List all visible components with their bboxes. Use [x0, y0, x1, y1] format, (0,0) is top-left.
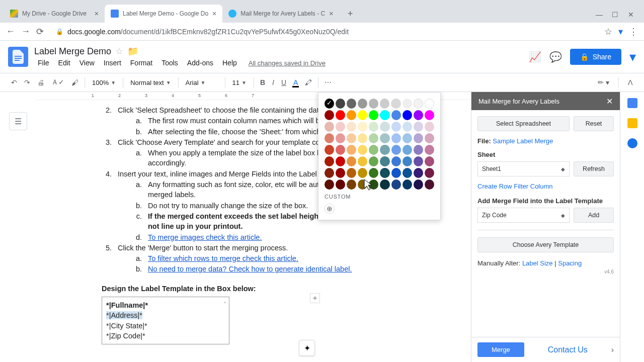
color-swatch[interactable] [414, 122, 423, 132]
undo-button[interactable]: ↶ [8, 76, 20, 88]
docs-logo-icon[interactable] [8, 47, 28, 67]
color-swatch[interactable] [358, 99, 367, 109]
color-swatch[interactable] [336, 179, 345, 190]
sheet-dropdown[interactable]: Sheet1◆ [477, 161, 570, 176]
color-swatch[interactable] [336, 133, 345, 143]
underline-button[interactable]: U [278, 76, 289, 88]
color-swatch[interactable] [425, 145, 434, 155]
box-handle-icon[interactable]: ⌄ [223, 298, 227, 305]
identical-label-link[interactable]: No need to merge data? Check how to gene… [148, 265, 352, 273]
explore-button[interactable]: ✦ [299, 340, 315, 356]
filter-rows-link[interactable]: To filter which rows to merge check this… [148, 254, 298, 262]
color-swatch[interactable] [336, 110, 345, 120]
color-swatch[interactable] [414, 133, 423, 143]
color-swatch[interactable] [369, 133, 378, 143]
spellcheck-button[interactable]: Ａ✓ [48, 76, 67, 89]
color-swatch[interactable] [425, 99, 434, 109]
color-swatch[interactable] [380, 145, 389, 155]
color-swatch[interactable] [336, 122, 345, 132]
color-swatch[interactable] [369, 156, 378, 166]
color-swatch[interactable] [414, 145, 423, 155]
close-addon-icon[interactable]: ✕ [606, 97, 613, 106]
color-swatch[interactable] [391, 168, 401, 178]
color-swatch[interactable] [403, 99, 412, 109]
file-link[interactable]: Sample Label Merge [493, 137, 553, 145]
collapse-button[interactable]: ᐱ [625, 76, 636, 88]
color-swatch[interactable] [325, 110, 334, 120]
menu-icon[interactable]: ⋮ [629, 26, 638, 37]
color-swatch[interactable] [347, 122, 356, 132]
color-swatch[interactable] [425, 133, 434, 143]
create-filter-link[interactable]: Create Row Filter Column [477, 183, 614, 190]
merge-images-link[interactable]: To merge images check this article. [148, 233, 262, 241]
color-swatch[interactable] [403, 110, 412, 120]
color-swatch[interactable] [380, 122, 389, 132]
spacing-link[interactable]: Spacing [558, 259, 582, 267]
color-swatch[interactable] [369, 168, 378, 178]
color-swatch[interactable] [325, 122, 334, 132]
add-custom-color-button[interactable]: ⊕ [325, 204, 335, 214]
color-swatch[interactable] [325, 145, 334, 155]
color-swatch[interactable] [358, 156, 367, 166]
star-icon[interactable]: ☆ [115, 46, 123, 57]
color-swatch[interactable] [391, 99, 400, 109]
close-icon[interactable]: × [212, 10, 216, 18]
color-swatch[interactable] [369, 110, 378, 120]
select-spreadsheet-button[interactable]: Select Spreadsheet [477, 116, 570, 131]
label-template-box[interactable]: ⌄ *|Fullname|* *|Address|* *|City State|… [102, 297, 229, 344]
color-swatch[interactable] [403, 156, 412, 166]
minimize-icon[interactable]: — [596, 11, 602, 17]
refresh-button[interactable]: Refresh [574, 161, 614, 176]
account-icon[interactable]: ▾ [629, 49, 636, 65]
redo-button[interactable]: ↷ [21, 76, 33, 88]
menu-tools[interactable]: Tools [158, 58, 182, 68]
color-swatch[interactable] [425, 156, 434, 166]
color-swatch[interactable] [403, 133, 412, 143]
browser-tab-drive[interactable]: My Drive - Google Drive × [4, 5, 105, 23]
color-swatch[interactable] [358, 168, 367, 178]
color-swatch[interactable] [347, 168, 356, 178]
color-swatch[interactable] [403, 179, 412, 190]
color-swatch[interactable] [380, 110, 389, 120]
print-button[interactable]: 🖨 [34, 76, 47, 88]
color-swatch[interactable] [347, 99, 356, 109]
color-swatch[interactable] [347, 156, 356, 166]
merge-button[interactable]: Merge [477, 342, 524, 357]
color-swatch[interactable] [403, 145, 412, 155]
color-swatch[interactable] [403, 122, 412, 132]
bold-button[interactable]: B [257, 76, 268, 88]
color-swatch[interactable] [380, 168, 389, 178]
color-swatch[interactable] [347, 110, 356, 120]
field-dropdown[interactable]: Zip Code◆ [477, 208, 570, 223]
style-dropdown[interactable]: Normal text▼ [126, 77, 175, 88]
saved-status[interactable]: All changes saved in Drive [249, 59, 326, 67]
color-swatch[interactable] [425, 179, 434, 190]
trend-icon[interactable]: 📈 [529, 51, 541, 63]
choose-template-button[interactable]: Choose Avery Template [477, 237, 614, 252]
color-swatch[interactable] [380, 99, 389, 109]
color-swatch[interactable] [369, 145, 378, 155]
tasks-icon[interactable] [627, 138, 637, 148]
close-icon[interactable]: × [95, 10, 99, 18]
paint-format-button[interactable]: 🖌 [68, 76, 82, 88]
color-swatch[interactable] [380, 179, 389, 190]
back-icon[interactable]: ← [6, 26, 15, 37]
color-swatch[interactable] [403, 168, 412, 178]
color-swatch[interactable] [391, 133, 401, 143]
menu-insert[interactable]: Insert [100, 58, 125, 68]
label-size-link[interactable]: Label Size [522, 259, 553, 267]
close-window-icon[interactable]: ✕ [628, 11, 634, 17]
color-swatch[interactable] [380, 156, 389, 166]
add-field-button[interactable]: Add [574, 208, 614, 223]
color-swatch[interactable] [391, 110, 401, 120]
highlight-button[interactable]: 🖍 [302, 76, 315, 88]
calendar-icon[interactable] [627, 98, 637, 108]
color-swatch[interactable] [336, 168, 345, 178]
zoom-dropdown[interactable]: 100%▼ [88, 77, 120, 88]
color-swatch[interactable] [369, 99, 378, 109]
contact-link[interactable]: Contact Us [548, 345, 588, 354]
color-swatch[interactable] [325, 168, 334, 178]
color-swatch[interactable] [325, 179, 334, 190]
more-button[interactable]: ⋯ [321, 76, 335, 88]
browser-tab-docs[interactable]: Label Merge Demo - Google Do × [105, 5, 222, 23]
